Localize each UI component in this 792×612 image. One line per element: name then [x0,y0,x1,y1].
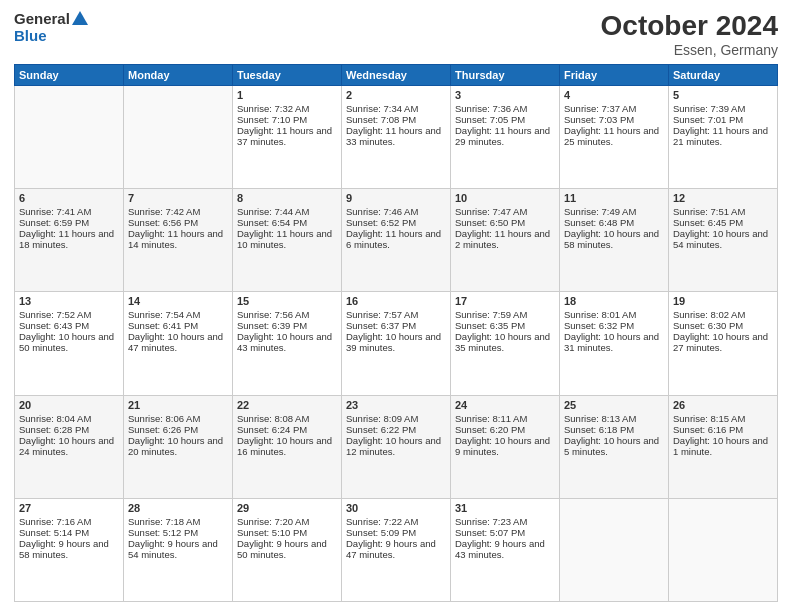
sunset-text: Sunset: 6:56 PM [128,217,228,228]
daylight-text: Daylight: 11 hours and 18 minutes. [19,228,119,250]
daylight-text: Daylight: 10 hours and 50 minutes. [19,331,119,353]
calendar-week-row: 13Sunrise: 7:52 AMSunset: 6:43 PMDayligh… [15,292,778,395]
sunset-text: Sunset: 6:20 PM [455,424,555,435]
sunrise-text: Sunrise: 7:56 AM [237,309,337,320]
table-row: 14Sunrise: 7:54 AMSunset: 6:41 PMDayligh… [124,292,233,395]
daylight-text: Daylight: 9 hours and 47 minutes. [346,538,446,560]
table-row [15,86,124,189]
table-row: 28Sunrise: 7:18 AMSunset: 5:12 PMDayligh… [124,498,233,601]
sunrise-text: Sunrise: 7:32 AM [237,103,337,114]
day-number: 13 [19,295,119,307]
sunset-text: Sunset: 6:59 PM [19,217,119,228]
sunset-text: Sunset: 6:30 PM [673,320,773,331]
day-number: 22 [237,399,337,411]
day-number: 23 [346,399,446,411]
sunrise-text: Sunrise: 8:02 AM [673,309,773,320]
day-number: 14 [128,295,228,307]
sunset-text: Sunset: 5:09 PM [346,527,446,538]
day-number: 11 [564,192,664,204]
daylight-text: Daylight: 10 hours and 5 minutes. [564,435,664,457]
daylight-text: Daylight: 11 hours and 14 minutes. [128,228,228,250]
sunset-text: Sunset: 5:10 PM [237,527,337,538]
table-row: 6Sunrise: 7:41 AMSunset: 6:59 PMDaylight… [15,189,124,292]
table-row: 24Sunrise: 8:11 AMSunset: 6:20 PMDayligh… [451,395,560,498]
table-row: 18Sunrise: 8:01 AMSunset: 6:32 PMDayligh… [560,292,669,395]
daylight-text: Daylight: 9 hours and 50 minutes. [237,538,337,560]
sunrise-text: Sunrise: 8:06 AM [128,413,228,424]
table-row: 19Sunrise: 8:02 AMSunset: 6:30 PMDayligh… [669,292,778,395]
sunset-text: Sunset: 6:18 PM [564,424,664,435]
daylight-text: Daylight: 10 hours and 58 minutes. [564,228,664,250]
day-number: 24 [455,399,555,411]
table-row: 13Sunrise: 7:52 AMSunset: 6:43 PMDayligh… [15,292,124,395]
table-row: 11Sunrise: 7:49 AMSunset: 6:48 PMDayligh… [560,189,669,292]
col-monday: Monday [124,65,233,86]
sunset-text: Sunset: 5:14 PM [19,527,119,538]
day-number: 7 [128,192,228,204]
day-number: 5 [673,89,773,101]
sunrise-text: Sunrise: 7:16 AM [19,516,119,527]
day-number: 19 [673,295,773,307]
day-number: 12 [673,192,773,204]
sunset-text: Sunset: 7:08 PM [346,114,446,125]
col-wednesday: Wednesday [342,65,451,86]
sunrise-text: Sunrise: 7:57 AM [346,309,446,320]
sunrise-text: Sunrise: 7:51 AM [673,206,773,217]
sunrise-text: Sunrise: 7:49 AM [564,206,664,217]
day-number: 3 [455,89,555,101]
sunset-text: Sunset: 7:10 PM [237,114,337,125]
daylight-text: Daylight: 10 hours and 12 minutes. [346,435,446,457]
table-row: 31Sunrise: 7:23 AMSunset: 5:07 PMDayligh… [451,498,560,601]
sunrise-text: Sunrise: 8:04 AM [19,413,119,424]
table-row: 5Sunrise: 7:39 AMSunset: 7:01 PMDaylight… [669,86,778,189]
sunset-text: Sunset: 6:28 PM [19,424,119,435]
sunset-text: Sunset: 6:35 PM [455,320,555,331]
daylight-text: Daylight: 10 hours and 35 minutes. [455,331,555,353]
page-subtitle: Essen, Germany [601,42,778,58]
day-number: 20 [19,399,119,411]
daylight-text: Daylight: 11 hours and 33 minutes. [346,125,446,147]
logo-blue: Blue [14,27,47,44]
table-row: 9Sunrise: 7:46 AMSunset: 6:52 PMDaylight… [342,189,451,292]
sunrise-text: Sunrise: 8:11 AM [455,413,555,424]
col-saturday: Saturday [669,65,778,86]
title-block: October 2024 Essen, Germany [601,10,778,58]
daylight-text: Daylight: 10 hours and 31 minutes. [564,331,664,353]
sunset-text: Sunset: 5:12 PM [128,527,228,538]
sunrise-text: Sunrise: 7:47 AM [455,206,555,217]
logo-triangle-icon [72,11,88,25]
table-row [669,498,778,601]
sunrise-text: Sunrise: 8:01 AM [564,309,664,320]
sunrise-text: Sunrise: 7:59 AM [455,309,555,320]
daylight-text: Daylight: 11 hours and 37 minutes. [237,125,337,147]
day-number: 16 [346,295,446,307]
daylight-text: Daylight: 10 hours and 43 minutes. [237,331,337,353]
table-row: 10Sunrise: 7:47 AMSunset: 6:50 PMDayligh… [451,189,560,292]
table-row: 17Sunrise: 7:59 AMSunset: 6:35 PMDayligh… [451,292,560,395]
table-row: 8Sunrise: 7:44 AMSunset: 6:54 PMDaylight… [233,189,342,292]
sunrise-text: Sunrise: 7:46 AM [346,206,446,217]
sunrise-text: Sunrise: 7:23 AM [455,516,555,527]
table-row: 30Sunrise: 7:22 AMSunset: 5:09 PMDayligh… [342,498,451,601]
header: General Blue October 2024 Essen, Germany [14,10,778,58]
sunset-text: Sunset: 5:07 PM [455,527,555,538]
calendar-week-row: 27Sunrise: 7:16 AMSunset: 5:14 PMDayligh… [15,498,778,601]
page-title: October 2024 [601,10,778,42]
calendar-header-row: Sunday Monday Tuesday Wednesday Thursday… [15,65,778,86]
sunset-text: Sunset: 7:01 PM [673,114,773,125]
daylight-text: Daylight: 10 hours and 27 minutes. [673,331,773,353]
table-row: 25Sunrise: 8:13 AMSunset: 6:18 PMDayligh… [560,395,669,498]
sunset-text: Sunset: 6:26 PM [128,424,228,435]
table-row: 16Sunrise: 7:57 AMSunset: 6:37 PMDayligh… [342,292,451,395]
sunset-text: Sunset: 6:43 PM [19,320,119,331]
table-row: 7Sunrise: 7:42 AMSunset: 6:56 PMDaylight… [124,189,233,292]
daylight-text: Daylight: 10 hours and 39 minutes. [346,331,446,353]
sunrise-text: Sunrise: 7:52 AM [19,309,119,320]
logo: General Blue [14,10,88,45]
day-number: 8 [237,192,337,204]
sunrise-text: Sunrise: 7:42 AM [128,206,228,217]
sunset-text: Sunset: 6:24 PM [237,424,337,435]
daylight-text: Daylight: 11 hours and 25 minutes. [564,125,664,147]
table-row: 2Sunrise: 7:34 AMSunset: 7:08 PMDaylight… [342,86,451,189]
table-row: 12Sunrise: 7:51 AMSunset: 6:45 PMDayligh… [669,189,778,292]
